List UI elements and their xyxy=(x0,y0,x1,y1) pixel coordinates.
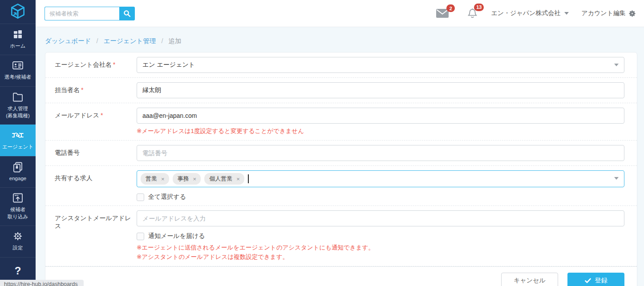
sidebar-item-home[interactable]: ホーム xyxy=(0,24,36,55)
select-all-checkbox[interactable] xyxy=(137,193,144,201)
form-row-assistant-email: アシスタントメールアドレス 通知メールを届ける ※エージェントに送信されるメール… xyxy=(45,206,637,266)
check-icon xyxy=(585,278,591,283)
form-row-email: メールアドレス* ※メールアドレスは1度設定すると変更することができません xyxy=(45,103,637,141)
notify-label: 通知メールを届ける xyxy=(148,232,205,240)
content-area: エージェント会社名* エン エージェント 担当者名* xyxy=(36,52,644,286)
gear-icon xyxy=(628,10,636,17)
remove-tag-icon[interactable]: × xyxy=(161,176,165,182)
chevron-down-icon xyxy=(614,64,619,66)
handshake-icon xyxy=(1,130,35,141)
topbar: 2 13 エン・ジャパン株式会社 アカウント編集 xyxy=(36,0,644,27)
search-button[interactable] xyxy=(119,7,135,20)
search-icon xyxy=(123,10,131,17)
chevron-down-icon xyxy=(614,177,619,180)
field-label: メールアドレス* xyxy=(55,108,137,136)
notify-checkbox[interactable] xyxy=(137,233,144,240)
breadcrumb-dashboard[interactable]: ダッシュボード xyxy=(45,37,91,44)
breadcrumb-agent-management[interactable]: エージェント管理 xyxy=(104,37,156,44)
phone-input[interactable] xyxy=(137,145,624,161)
submit-button[interactable]: 登録 xyxy=(567,273,624,286)
field-label: 共有する求人 xyxy=(55,170,137,201)
sidebar-item-engage[interactable]: engage xyxy=(0,156,36,188)
gear-icon xyxy=(1,231,35,242)
cancel-button[interactable]: キャンセル xyxy=(501,273,558,286)
chevron-down-icon xyxy=(564,12,569,15)
help-question-icon: ? xyxy=(15,265,21,277)
sidebar-item-candidate-import[interactable]: 候補者 取り込み xyxy=(0,187,36,226)
sidebar-item-label: 候補者 取り込み xyxy=(1,206,35,220)
engage-logo[interactable] xyxy=(0,0,36,24)
tag-chip: 個人営業 × xyxy=(204,173,244,185)
email-note: ※メールアドレスは1度設定すると変更することができません xyxy=(137,127,624,136)
field-label: エージェント会社名* xyxy=(55,57,137,73)
form-row-person-name: 担当者名* xyxy=(45,78,637,103)
select-all-row: 全て選択する xyxy=(137,193,624,201)
remove-tag-icon[interactable]: × xyxy=(193,176,197,182)
required-mark: * xyxy=(113,61,115,68)
sidebar-item-label: エージェント xyxy=(1,144,35,151)
breadcrumb-current: 追加 xyxy=(168,37,181,44)
breadcrumb: ダッシュボード / エージェント管理 / 追加 xyxy=(36,27,644,52)
required-mark: * xyxy=(81,86,83,93)
sidebar-item-label: ホーム xyxy=(1,43,35,50)
engage-docs-icon xyxy=(1,161,35,173)
tag-chip: 営業 × xyxy=(141,173,169,185)
tag-chip: 事務 × xyxy=(173,173,201,185)
import-upload-icon xyxy=(1,193,35,204)
agent-company-value: エン エージェント xyxy=(142,61,195,69)
notifications-button[interactable]: 13 xyxy=(467,8,478,19)
account-edit-label: アカウント編集 xyxy=(581,9,626,17)
mail-button[interactable]: 2 xyxy=(436,9,449,18)
tag-label: 営業 xyxy=(146,175,157,183)
email-input[interactable] xyxy=(137,108,624,124)
remove-tag-icon[interactable]: × xyxy=(236,176,240,182)
engage-cube-logo-icon xyxy=(8,2,28,21)
agent-add-form-card: エージェント会社名* エン エージェント 担当者名* xyxy=(45,52,637,286)
sidebar-item-settings[interactable]: 設定 xyxy=(0,226,36,257)
form-row-phone: 電話番号 xyxy=(45,141,637,166)
form-row-agent-company: エージェント会社名* エン エージェント xyxy=(45,52,637,78)
sidebar-item-label: 選考/候補者 xyxy=(1,74,35,81)
person-name-input[interactable] xyxy=(137,82,624,98)
sidebar-item-candidates[interactable]: 選考/候補者 xyxy=(0,55,36,86)
field-label: アシスタントメールアドレス xyxy=(55,210,137,262)
form-footer: キャンセル 登録 xyxy=(45,266,637,286)
search-input[interactable] xyxy=(45,7,119,20)
sidebar-item-label: 設定 xyxy=(1,245,35,252)
sidebar-item-job-management[interactable]: 求人管理 (募集職種) xyxy=(0,86,36,125)
mail-badge: 2 xyxy=(446,4,455,12)
assistant-email-input[interactable] xyxy=(137,210,624,226)
assistant-note: ※エージェントに送信されるメールをエージェントのアシスタントにも通知できます。 … xyxy=(137,243,624,262)
tag-label: 個人営業 xyxy=(209,175,232,183)
submit-label: 登録 xyxy=(595,277,608,285)
required-mark: * xyxy=(101,112,103,119)
folder-icon xyxy=(1,92,35,103)
sidebar-item-label: 求人管理 (募集職種) xyxy=(1,105,35,119)
home-grid-icon xyxy=(1,29,35,40)
account-edit-link[interactable]: アカウント編集 xyxy=(581,9,636,17)
sidebar: ホーム 選考/候補者 求人管理 (募集職種) xyxy=(0,0,36,286)
sidebar-item-label: engage xyxy=(1,175,35,182)
main-area: 2 13 エン・ジャパン株式会社 アカウント編集 xyxy=(36,0,644,286)
id-card-icon xyxy=(1,60,35,72)
notify-row: 通知メールを届ける xyxy=(137,232,624,240)
topbar-right: 2 13 エン・ジャパン株式会社 アカウント編集 xyxy=(436,8,636,19)
field-label: 電話番号 xyxy=(55,145,137,161)
field-label: 担当者名* xyxy=(55,82,137,98)
breadcrumb-separator: / xyxy=(161,37,163,44)
tag-label: 事務 xyxy=(178,175,189,183)
select-all-label: 全て選択する xyxy=(148,193,186,201)
company-selector[interactable]: エン・ジャパン株式会社 xyxy=(491,9,569,17)
text-caret xyxy=(248,174,249,183)
shared-jobs-multiselect[interactable]: 営業 × 事務 × 個人営業 × xyxy=(137,170,624,187)
breadcrumb-separator: / xyxy=(97,37,98,44)
status-bar-url: https://hire-hub.io/dashboards xyxy=(0,280,84,286)
notifications-badge: 13 xyxy=(474,4,484,11)
sidebar-item-agent[interactable]: エージェント xyxy=(0,125,36,156)
candidate-search xyxy=(45,7,135,20)
form-row-shared-jobs: 共有する求人 営業 × 事務 × 個人営業 xyxy=(45,166,637,206)
agent-company-select[interactable]: エン エージェント xyxy=(137,57,624,73)
company-name: エン・ジャパン株式会社 xyxy=(491,9,560,17)
